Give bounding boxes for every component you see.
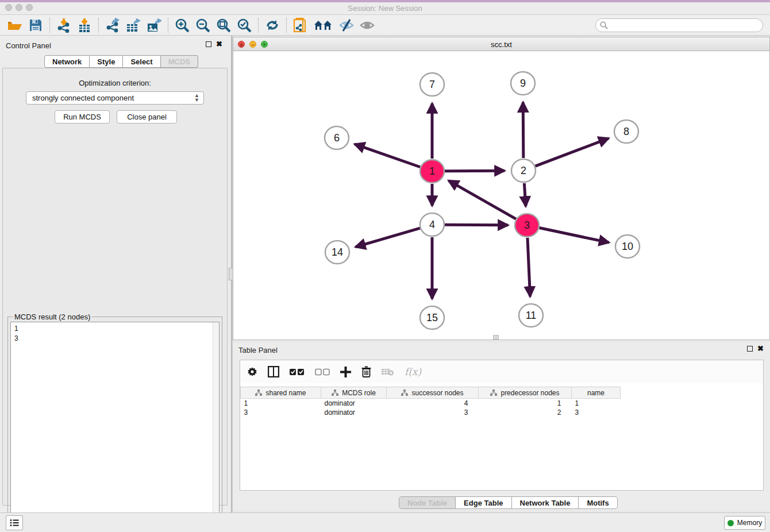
control-panel: Control Panel ✖ NetworkStyleSelectMCDS O… [0,36,231,512]
close-panel-icon[interactable]: ✖ [216,41,222,47]
table-cell: 3 [572,408,621,417]
horizontal-splitter-grip[interactable] [493,335,499,340]
graph-edge-4-3[interactable] [445,225,508,225]
export-network-icon[interactable] [103,17,122,34]
optimization-criterion-label: Optimization criterion: [3,79,227,87]
node-table-header[interactable]: shared nameMCDS rolesuccessor nodesprede… [241,387,764,399]
float-panel-icon[interactable] [206,41,211,47]
group-column-icon [255,390,262,396]
clone-network-icon[interactable] [291,17,310,34]
graph-edge-3-1[interactable] [449,180,516,219]
refresh-icon[interactable] [263,17,282,34]
search-icon [600,21,608,29]
import-network-icon[interactable] [55,17,73,34]
table-settings-gear-icon[interactable] [247,367,257,377]
zoom-fit-icon[interactable] [214,17,233,34]
table-cell: 1 [572,399,621,408]
graph-node-label: 11 [526,310,537,321]
column-layout-icon[interactable] [268,366,279,377]
mcds-result-text[interactable]: 1 3 [10,322,220,531]
first-neighbors-icon[interactable] [312,17,335,34]
graph-node-label: 14 [332,246,343,258]
toolbar-separator [98,18,99,33]
deselect-all-rows-icon[interactable] [315,368,330,376]
graph-node-label: 6 [334,132,340,144]
tab-node-table[interactable]: Node Table [399,496,456,509]
graph-edge-2-8[interactable] [536,138,609,166]
memory-button[interactable]: Memory [724,516,765,530]
toolbar-separator [286,18,287,33]
task-history-button[interactable] [6,515,23,530]
table-row[interactable]: 3dominator323 [241,408,764,417]
graph-edge-3-10[interactable] [540,228,609,243]
toolbar-separator [258,18,259,33]
float-table-panel-icon[interactable] [747,346,753,352]
tab-mcds[interactable]: MCDS [161,55,198,68]
table-row[interactable]: 1dominator411 [241,399,764,408]
table-cell: 3 [387,408,479,417]
column-header-filler [621,387,764,399]
import-table-icon[interactable] [75,17,94,34]
search-input[interactable] [595,18,763,32]
column-header-name[interactable]: name [572,387,621,399]
column-header-shared-name[interactable]: shared name [241,387,321,399]
node-table-container: f(x) shared nameMCDS rolesuccessor nodes… [240,360,764,491]
graph-edge-4-14[interactable] [356,228,420,247]
delete-table-icon-disabled [382,368,394,376]
result-scrollbar[interactable] [213,322,219,530]
memory-status-icon [727,520,734,526]
graph-edge-2-3[interactable] [524,183,526,206]
tab-motifs[interactable]: Motifs [579,496,617,509]
graph-node-label: 7 [429,79,435,90]
column-header-predecessor-nodes[interactable]: predecessor nodes [479,387,572,399]
graph-edge-3-11[interactable] [528,238,530,296]
status-bar: Memory [0,512,770,532]
selected-option: strongly connected component [32,94,134,102]
tab-select[interactable]: Select [123,55,160,68]
export-image-icon[interactable] [145,17,163,34]
graph-edge-2-9[interactable] [523,102,523,158]
column-header-MCDS-role[interactable]: MCDS role [321,387,387,399]
table-cell: 1 [241,399,321,408]
network-canvas[interactable]: 7968124314101511 [233,51,769,340]
export-table-icon[interactable] [124,17,143,34]
main-toolbar [0,15,770,36]
graph-node-label: 15 [426,312,438,323]
delete-column-icon[interactable] [361,366,371,377]
column-header-successor-nodes[interactable]: successor nodes [387,387,479,399]
save-session-icon[interactable] [26,17,45,34]
titlebar-accent [0,0,770,2]
add-column-icon[interactable] [340,367,351,377]
network-view-window: x – + scc.txt 7968124314101511 [233,37,770,340]
tab-network[interactable]: Network [44,55,90,68]
table-cell-filler [621,399,764,408]
run-mcds-button[interactable]: Run MCDS [55,110,110,124]
group-column-icon [332,390,338,396]
select-all-rows-icon[interactable] [290,368,305,376]
group-column-icon [490,390,497,396]
close-table-panel-icon[interactable]: ✖ [757,346,764,352]
open-session-icon[interactable] [6,17,24,34]
network-window-titlebar[interactable]: x – + scc.txt [233,37,769,51]
close-panel-button[interactable]: Close panel [117,110,177,124]
optimization-criterion-select[interactable]: strongly connected component ▲▼ [26,91,204,105]
zoom-in-icon[interactable] [173,17,191,34]
hide-selected-icon[interactable] [337,17,356,34]
show-all-icon[interactable] [358,17,376,34]
toolbar-separator [168,18,168,33]
node-table-body[interactable]: 1dominator4113dominator323 [241,399,764,417]
graph-node-label: 9 [520,78,526,89]
graph-edge-1-6[interactable] [355,144,420,167]
table-panel-title: Table Panel [238,346,278,354]
table-cell: 1 [479,399,572,408]
zoom-selected-icon[interactable] [235,17,253,34]
table-panel: Table Panel ✖ [233,342,770,510]
table-toolbar: f(x) [240,360,763,383]
search-field [595,18,763,32]
graph-edge-1-2[interactable] [445,171,505,171]
zoom-out-icon[interactable] [194,17,212,34]
graph-node-label: 10 [622,241,633,252]
tab-network-table[interactable]: Network Table [512,496,579,509]
tab-style[interactable]: Style [90,55,123,68]
tab-edge-table[interactable]: Edge Table [456,496,511,509]
